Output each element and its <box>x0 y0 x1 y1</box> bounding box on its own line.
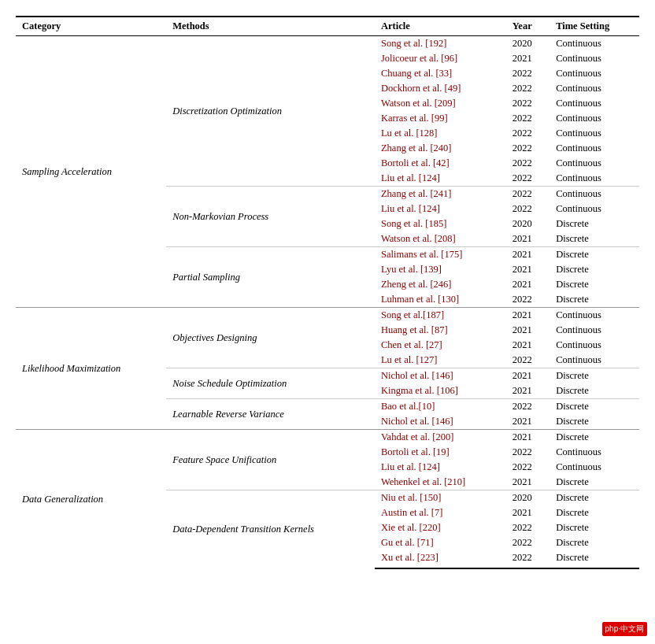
time-cell: Discrete <box>550 217 639 231</box>
time-cell: Continuous <box>550 187 639 202</box>
time-cell: Continuous <box>550 96 639 111</box>
year-cell: 2022 <box>506 171 550 187</box>
year-cell: 2021 <box>506 475 550 490</box>
time-cell: Discrete <box>550 430 639 446</box>
article-cell: Karras et al. [99] <box>375 111 506 126</box>
col-year: Year <box>506 17 550 36</box>
year-cell: 2022 <box>506 156 550 171</box>
time-cell: Discrete <box>550 292 639 308</box>
table-row: Likelihood MaximizationObjectives Design… <box>16 308 639 324</box>
time-cell: Discrete <box>550 490 639 506</box>
year-cell: 2020 <box>506 490 550 506</box>
time-cell: Continuous <box>550 338 639 353</box>
year-cell: 2021 <box>506 247 550 263</box>
time-cell: Continuous <box>550 36 639 52</box>
header-row: Category Methods Article Year Time Setti… <box>16 17 639 36</box>
article-cell: Watson et al. [209] <box>375 96 506 111</box>
year-cell: 2021 <box>506 414 550 430</box>
method-cell: Non-Markovian Process <box>166 187 375 247</box>
year-cell: 2022 <box>506 399 550 415</box>
article-cell: Jolicoeur et al. [96] <box>375 51 506 66</box>
article-cell: Vahdat et al. [200] <box>375 430 506 446</box>
table-row: Sampling AccelerationDiscretization Opti… <box>16 36 639 52</box>
time-cell: Discrete <box>550 399 639 415</box>
time-cell: Continuous <box>550 141 639 156</box>
time-cell: Continuous <box>550 308 639 324</box>
year-cell: 2021 <box>506 262 550 277</box>
article-cell: Lu et al. [128] <box>375 126 506 141</box>
article-cell: Liu et al. [124] <box>375 202 506 217</box>
time-cell: Continuous <box>550 111 639 126</box>
time-cell: Discrete <box>550 231 639 247</box>
time-cell: Continuous <box>550 171 639 187</box>
year-cell: 2020 <box>506 36 550 52</box>
category-cell: Likelihood Maximization <box>16 308 166 430</box>
time-cell: Continuous <box>550 126 639 141</box>
year-cell: 2022 <box>506 141 550 156</box>
year-cell: 2021 <box>506 277 550 292</box>
col-category: Category <box>16 17 166 36</box>
year-cell: 2022 <box>506 550 550 568</box>
year-cell: 2021 <box>506 338 550 353</box>
article-cell: Bortoli et al. [19] <box>375 445 506 460</box>
time-cell: Continuous <box>550 66 639 81</box>
article-cell: Dockhorn et al. [49] <box>375 81 506 96</box>
time-cell: Continuous <box>550 460 639 475</box>
article-cell: Bao et al.[10] <box>375 399 506 415</box>
year-cell: 2022 <box>506 353 550 368</box>
method-cell: Noise Schedule Optimization <box>166 368 375 399</box>
article-cell: Kingma et al. [106] <box>375 383 506 399</box>
article-cell: Song et al. [192] <box>375 36 506 52</box>
time-cell: Continuous <box>550 202 639 217</box>
time-cell: Continuous <box>550 445 639 460</box>
year-cell: 2022 <box>506 111 550 126</box>
article-cell: Salimans et al. [175] <box>375 247 506 263</box>
table-row: Data GeneralizationFeature Space Unifica… <box>16 430 639 446</box>
article-cell: Zheng et al. [246] <box>375 277 506 292</box>
year-cell: 2022 <box>506 81 550 96</box>
time-cell: Discrete <box>550 247 639 263</box>
time-cell: Discrete <box>550 383 639 399</box>
time-cell: Discrete <box>550 535 639 550</box>
col-time: Time Setting <box>550 17 639 36</box>
time-cell: Continuous <box>550 353 639 368</box>
year-cell: 2021 <box>506 505 550 520</box>
time-cell: Continuous <box>550 323 639 338</box>
category-cell: Data Generalization <box>16 430 166 569</box>
year-cell: 2021 <box>506 430 550 446</box>
year-cell: 2021 <box>506 231 550 247</box>
year-cell: 2022 <box>506 520 550 535</box>
watermark: php·中文网 <box>602 622 647 636</box>
article-cell: Luhman et al. [130] <box>375 292 506 308</box>
year-cell: 2021 <box>506 368 550 384</box>
article-cell: Song et al.[187] <box>375 308 506 324</box>
article-cell: Wehenkel et al. [210] <box>375 475 506 490</box>
article-cell: Lu et al. [127] <box>375 353 506 368</box>
time-cell: Discrete <box>550 475 639 490</box>
time-cell: Discrete <box>550 277 639 292</box>
time-cell: Continuous <box>550 156 639 171</box>
year-cell: 2021 <box>506 383 550 399</box>
article-cell: Gu et al. [71] <box>375 535 506 550</box>
article-cell: Zhang et al. [241] <box>375 187 506 202</box>
year-cell: 2021 <box>506 308 550 324</box>
method-cell: Learnable Reverse Variance <box>166 399 375 430</box>
year-cell: 2022 <box>506 445 550 460</box>
article-cell: Austin et al. [7] <box>375 505 506 520</box>
year-cell: 2022 <box>506 96 550 111</box>
article-cell: Liu et al. [124] <box>375 171 506 187</box>
article-cell: Nichol et al. [146] <box>375 368 506 384</box>
article-cell: Xu et al. [223] <box>375 550 506 568</box>
time-cell: Discrete <box>550 520 639 535</box>
article-cell: Xie et al. [220] <box>375 520 506 535</box>
year-cell: 2022 <box>506 187 550 202</box>
year-cell: 2022 <box>506 202 550 217</box>
time-cell: Discrete <box>550 505 639 520</box>
year-cell: 2022 <box>506 66 550 81</box>
method-cell: Discretization Optimization <box>166 36 375 187</box>
article-cell: Zhang et al. [240] <box>375 141 506 156</box>
table-header: Category Methods Article Year Time Setti… <box>16 17 639 36</box>
article-cell: Lyu et al. [139] <box>375 262 506 277</box>
time-cell: Continuous <box>550 51 639 66</box>
year-cell: 2020 <box>506 217 550 231</box>
